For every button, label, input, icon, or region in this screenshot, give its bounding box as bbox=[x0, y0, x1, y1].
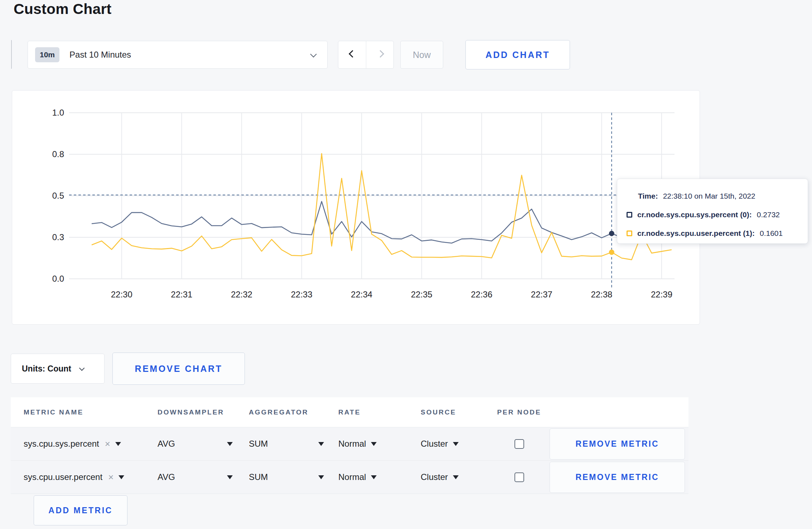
add-metric-button[interactable]: ADD METRIC bbox=[34, 495, 127, 525]
downsampler-select[interactable]: AVG bbox=[158, 472, 233, 482]
chevron-right-icon bbox=[376, 50, 384, 58]
column-header-metric-name: METRIC NAME bbox=[11, 408, 158, 416]
metric-name-select[interactable]: sys.cpu.sys.percent × bbox=[24, 439, 158, 449]
time-back-button[interactable] bbox=[338, 41, 366, 68]
time-nav-group bbox=[338, 41, 394, 69]
metric-row-1: sys.cpu.user.percent × AVG SUM Normal Cl… bbox=[11, 461, 688, 494]
dropdown-arrow-icon bbox=[371, 442, 377, 446]
clear-icon[interactable]: × bbox=[105, 439, 110, 448]
svg-text:22:34: 22:34 bbox=[351, 290, 372, 299]
aggregator-select[interactable]: SUM bbox=[249, 472, 324, 482]
tooltip-time-value: 22:38:10 on Mar 15th, 2022 bbox=[663, 192, 755, 200]
metric-name-value: sys.cpu.user.percent bbox=[24, 472, 102, 482]
dropdown-arrow-icon bbox=[227, 442, 233, 446]
svg-text:22:39: 22:39 bbox=[651, 290, 672, 299]
svg-text:22:36: 22:36 bbox=[471, 290, 492, 299]
metrics-table: METRIC NAME DOWNSAMPLER AGGREGATOR RATE … bbox=[11, 397, 688, 494]
tooltip-series-1-value: 0.1601 bbox=[760, 229, 783, 238]
dropdown-arrow-icon bbox=[453, 442, 459, 446]
chevron-down-icon bbox=[79, 365, 85, 371]
time-range-label: Past 10 Minutes bbox=[69, 50, 131, 60]
source-select[interactable]: Cluster bbox=[421, 472, 489, 482]
svg-text:22:33: 22:33 bbox=[291, 290, 312, 299]
dropdown-arrow-icon bbox=[318, 475, 324, 479]
svg-text:22:37: 22:37 bbox=[531, 290, 552, 299]
tooltip-time-label: Time: bbox=[638, 192, 658, 200]
svg-text:22:32: 22:32 bbox=[231, 290, 252, 299]
page-title: Custom Chart bbox=[14, 1, 111, 18]
metrics-table-header: METRIC NAME DOWNSAMPLER AGGREGATOR RATE … bbox=[11, 397, 688, 427]
remove-chart-button[interactable]: REMOVE CHART bbox=[112, 353, 245, 385]
source-select[interactable]: Cluster bbox=[421, 439, 489, 449]
svg-text:0.5: 0.5 bbox=[52, 191, 64, 200]
add-chart-button[interactable]: ADD CHART bbox=[465, 40, 570, 69]
rate-select[interactable]: Normal bbox=[338, 439, 421, 449]
per-node-checkbox[interactable] bbox=[514, 439, 524, 449]
column-header-rate: RATE bbox=[338, 408, 421, 416]
time-forward-button[interactable] bbox=[366, 41, 394, 68]
svg-text:0.3: 0.3 bbox=[52, 232, 64, 242]
dropdown-arrow-icon bbox=[318, 442, 324, 446]
chart-card[interactable]: 0.00.30.50.81.022:3022:3122:3222:3322:34… bbox=[12, 90, 700, 325]
remove-metric-button[interactable]: REMOVE METRIC bbox=[550, 462, 685, 493]
time-range-badge: 10m bbox=[35, 47, 59, 62]
metric-name-select[interactable]: sys.cpu.user.percent × bbox=[24, 472, 158, 482]
metric-name-value: sys.cpu.sys.percent bbox=[24, 439, 99, 449]
dropdown-arrow-icon bbox=[227, 475, 233, 479]
svg-text:22:38: 22:38 bbox=[591, 290, 612, 299]
dropdown-arrow-icon bbox=[371, 475, 377, 479]
column-header-source: SOURCE bbox=[421, 408, 489, 416]
svg-text:1.0: 1.0 bbox=[52, 108, 64, 117]
tooltip-series-1-label: cr.node.sys.cpu.user.percent (1): bbox=[637, 229, 755, 238]
units-select-label: Units: Count bbox=[22, 364, 71, 374]
downsampler-select[interactable]: AVG bbox=[158, 439, 233, 449]
timeseries-chart[interactable]: 0.00.30.50.81.022:3022:3122:3222:3322:34… bbox=[12, 91, 699, 324]
chart-tooltip: Time: 22:38:10 on Mar 15th, 2022 cr.node… bbox=[617, 179, 808, 244]
chevron-down-icon bbox=[310, 51, 316, 57]
time-range-select[interactable]: 10m Past 10 Minutes bbox=[28, 41, 328, 69]
svg-text:22:30: 22:30 bbox=[111, 290, 132, 299]
svg-text:22:35: 22:35 bbox=[411, 290, 432, 299]
chevron-left-icon bbox=[349, 50, 356, 58]
per-node-checkbox[interactable] bbox=[514, 472, 524, 482]
dropdown-arrow-icon bbox=[453, 475, 459, 479]
svg-text:22:31: 22:31 bbox=[171, 290, 192, 299]
aggregator-select[interactable]: SUM bbox=[249, 439, 324, 449]
tooltip-series-0-value: 0.2732 bbox=[757, 210, 780, 219]
column-header-per-node: PER NODE bbox=[489, 408, 550, 416]
column-header-downsampler: DOWNSAMPLER bbox=[158, 408, 249, 416]
custom-chart-page: Custom Chart 10m Past 10 Minutes Now ADD… bbox=[0, 0, 812, 529]
tooltip-series-0-label: cr.node.sys.cpu.sys.percent (0): bbox=[637, 210, 752, 219]
svg-text:0.8: 0.8 bbox=[52, 149, 64, 159]
dropdown-arrow-icon bbox=[119, 475, 124, 479]
svg-text:0.0: 0.0 bbox=[52, 274, 64, 283]
clear-icon[interactable]: × bbox=[108, 472, 113, 482]
toolbar-divider bbox=[11, 40, 12, 69]
metric-row-0: sys.cpu.sys.percent × AVG SUM Normal Clu… bbox=[11, 427, 688, 461]
column-header-aggregator: AGGREGATOR bbox=[249, 408, 338, 416]
remove-metric-button[interactable]: REMOVE METRIC bbox=[550, 428, 685, 460]
rate-select[interactable]: Normal bbox=[338, 472, 421, 482]
now-button[interactable]: Now bbox=[400, 41, 443, 69]
units-select[interactable]: Units: Count bbox=[11, 354, 105, 384]
dropdown-arrow-icon bbox=[115, 442, 121, 446]
series-0-legend-swatch-icon bbox=[627, 212, 632, 218]
series-1-legend-swatch-icon bbox=[627, 230, 632, 236]
